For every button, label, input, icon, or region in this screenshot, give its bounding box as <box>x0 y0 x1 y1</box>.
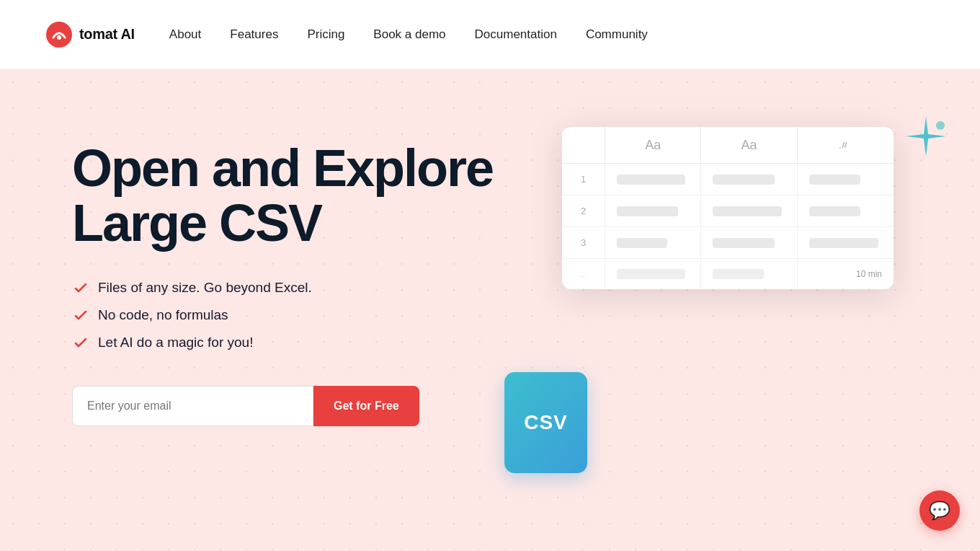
cell-4-1 <box>605 259 701 289</box>
chat-icon: 💬 <box>929 501 950 521</box>
hero-title: Open and Explore Large CSV <box>72 141 493 250</box>
feature-item-2: No code, no formulas <box>72 307 493 324</box>
cta-button[interactable]: Get for Free <box>313 386 419 426</box>
feature-item-3: Let AI do a magic for you! <box>72 334 493 351</box>
sparkle-icon <box>901 113 951 166</box>
cell-1-2 <box>701 164 797 195</box>
csv-label: CSV <box>524 411 568 434</box>
hero-content: Open and Explore Large CSV Files of any … <box>0 69 493 426</box>
feature-list: Files of any size. Go beyond Excel. No c… <box>72 279 493 351</box>
nav-links: About Features Pricing Book a demo Docum… <box>169 27 648 42</box>
hero-section: Open and Explore Large CSV Files of any … <box>0 69 980 551</box>
csv-file-icon: CSV <box>504 372 587 473</box>
chat-bubble-button[interactable]: 💬 <box>919 490 960 531</box>
table-row: 3 <box>562 227 894 259</box>
row-number-3: 3 <box>562 227 605 258</box>
checkmark-icon-1 <box>72 279 89 296</box>
cell-2-2 <box>701 195 797 226</box>
sheet-col-text2: Aa <box>701 127 797 163</box>
logo-text: tomat AI <box>79 26 135 43</box>
svg-text:.#: .# <box>839 139 847 151</box>
table-row: 2 <box>562 195 894 227</box>
nav-link-community[interactable]: Community <box>586 27 648 41</box>
sheet-header: Aa Aa .# <box>562 127 894 164</box>
logo-link[interactable]: tomat AI <box>46 22 135 48</box>
nav-link-features[interactable]: Features <box>230 27 278 41</box>
svg-point-0 <box>46 22 72 48</box>
nav-link-book-demo[interactable]: Book a demo <box>373 27 445 41</box>
svg-point-1 <box>57 35 61 40</box>
checkmark-icon-3 <box>72 334 89 351</box>
nav-link-about[interactable]: About <box>169 27 201 41</box>
feature-item-1: Files of any size. Go beyond Excel. <box>72 279 493 296</box>
hero-illustration: Aa Aa .# 1 2 <box>504 98 951 516</box>
row-number-1: 1 <box>562 164 605 195</box>
email-input[interactable] <box>72 386 313 426</box>
checkmark-icon-2 <box>72 307 89 324</box>
time-badge: 10 min <box>856 269 882 279</box>
email-form: Get for Free <box>72 386 493 426</box>
row-number-2: 2 <box>562 195 605 226</box>
nav-link-pricing[interactable]: Pricing <box>307 27 344 41</box>
cell-4-3: 10 min <box>798 259 894 289</box>
table-row: ... 10 min <box>562 259 894 289</box>
sheet-col-text: Aa <box>605 127 701 163</box>
cell-4-2 <box>701 259 797 289</box>
table-row: 1 <box>562 164 894 195</box>
cell-3-1 <box>605 227 701 258</box>
svg-point-2 <box>936 121 945 130</box>
cell-1-1 <box>605 164 701 195</box>
sheet-col-num: .# <box>798 127 894 163</box>
logo-icon <box>46 22 72 48</box>
row-number-4: ... <box>562 259 605 289</box>
cell-2-1 <box>605 195 701 226</box>
navbar: tomat AI About Features Pricing Book a d… <box>0 0 980 69</box>
cell-2-3 <box>798 195 894 226</box>
cell-3-2 <box>701 227 797 258</box>
sheet-col-index <box>562 127 605 163</box>
csv-box: CSV <box>504 372 587 473</box>
cell-3-3 <box>798 227 894 258</box>
cell-1-3 <box>798 164 894 195</box>
spreadsheet-mockup: Aa Aa .# 1 2 <box>562 127 894 289</box>
nav-link-docs[interactable]: Documentation <box>475 27 557 41</box>
